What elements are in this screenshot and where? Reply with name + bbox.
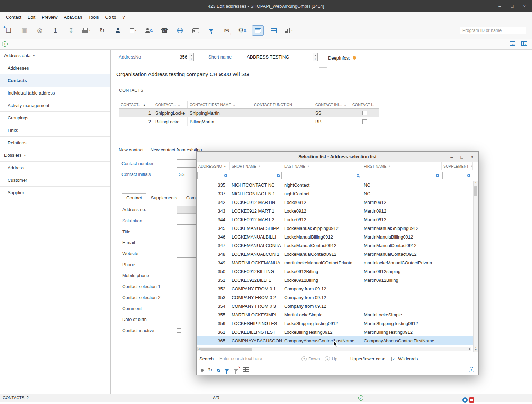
scroll-left-icon[interactable]: ◀	[198, 348, 199, 350]
dialog-title-bar[interactable]: Selection list - Address selection list …	[197, 152, 478, 162]
list-item[interactable]: 343LOCKE0912 MART 1Locke0912Martin0912	[197, 207, 473, 215]
table-view-icon[interactable]	[268, 25, 279, 36]
list-item[interactable]: 354COMPANY FROM 0 3Company from 09.12	[197, 302, 473, 311]
print-dropdown-icon[interactable]: ▾	[89, 29, 90, 32]
contacts-column-header[interactable]: CONTACT FIRST NAME▲	[188, 101, 252, 108]
new-mail-icon[interactable]: ✉+	[221, 25, 233, 36]
menu-item-tools[interactable]: Tools	[85, 13, 102, 21]
list-item[interactable]: 335NIGHTCONTACT NCnightContactNC	[197, 181, 473, 189]
filter-icon[interactable]	[205, 25, 217, 36]
list-item[interactable]: 351LOCKE0912BILLI 1Locke0912BillingMarti…	[197, 276, 473, 285]
sidebar-item-supplier[interactable]: Supplier	[0, 187, 110, 199]
list-item[interactable]: 345LOCKEMANUALSHIPPLockeManualShipping09…	[197, 224, 473, 233]
contacts-column-header[interactable]: CONTACT I...	[350, 101, 379, 108]
menu-item-go-to[interactable]: Go to	[102, 13, 119, 21]
dialog-column-header-last-name[interactable]: LAST NAME▲	[282, 162, 362, 170]
search-down-label[interactable]: Down	[308, 356, 320, 361]
list-item[interactable]: 361LOCKEBILLINGTESTLockeBillingTesting09…	[197, 328, 473, 336]
dialog-column-header-short-name[interactable]: SHORT NAME▲	[230, 162, 282, 170]
search-up-icon[interactable]: ▲	[325, 356, 330, 361]
scrollbar-thumb[interactable]	[200, 348, 252, 351]
list-item[interactable]: 355MARTINLOCKESIMPLMartinLockeSimpleMart…	[197, 311, 473, 319]
web-search-icon[interactable]	[174, 25, 186, 36]
refresh-icon[interactable]: ↻	[208, 367, 213, 373]
tab-supplements[interactable]: Supplements	[146, 193, 182, 202]
refresh-icon[interactable]: ↻	[96, 25, 108, 36]
vertical-scrollbar[interactable]: ▲ ▼▼	[473, 181, 478, 352]
list-item[interactable]: 347LOCKEMANUALCONTALockeManualContact091…	[197, 241, 473, 250]
deepinfos-status-icon[interactable]	[353, 56, 356, 60]
dialog-close-icon[interactable]: ×	[471, 154, 474, 160]
menu-item-edit[interactable]: Edit	[25, 13, 38, 21]
column-filter-input[interactable]	[363, 172, 441, 179]
scrollbar-thumb[interactable]	[474, 186, 477, 196]
new-contact-button[interactable]: New contact	[119, 147, 144, 152]
clear-filter-icon[interactable]: ×	[234, 368, 238, 373]
sidebar-item-links[interactable]: Links	[0, 124, 110, 137]
chart-dropdown-icon[interactable]: ▾	[291, 29, 293, 32]
table-settings-icon[interactable]: ⚙	[510, 41, 515, 47]
list-item[interactable]: 353COMPANY FROM 0 2Company from 09.12	[197, 293, 473, 302]
copy-document-icon[interactable]: ▾	[127, 25, 139, 36]
spinner-down-icon[interactable]: ▼	[189, 57, 193, 61]
add-record-icon[interactable]: +	[2, 41, 8, 47]
list-item[interactable]: 342LOCKE0912 MARTINLocke0912Martin0912	[197, 198, 473, 207]
field-checkbox-contact-inactive[interactable]	[177, 328, 181, 333]
program-search-input[interactable]	[460, 27, 526, 34]
sidebar-item-individual-table-address[interactable]: Individual table address	[0, 87, 110, 99]
sidebar-section-dossiers[interactable]: Dossiers▾	[0, 149, 110, 162]
table-row[interactable]: 1ShippingLockeShippingMartinSS	[119, 109, 379, 117]
tray-icon-red[interactable]	[469, 397, 474, 403]
dialog-column-header-addressno[interactable]: ADDRESSNO▲	[197, 162, 230, 170]
menu-item-[interactable]: ?	[119, 13, 128, 21]
print-icon[interactable]: ▾	[81, 25, 92, 36]
info-icon[interactable]: i	[469, 367, 474, 372]
list-item[interactable]: 359LOCKESHIPPINGTESLockeShippingTesting0…	[197, 319, 473, 328]
contact-row-checkbox[interactable]	[362, 119, 367, 124]
sidebar-item-addresses[interactable]: Addresses	[0, 62, 110, 74]
splitter-handle[interactable]	[319, 67, 327, 68]
cancel-icon[interactable]: ⊗	[34, 25, 46, 36]
pin-icon[interactable]	[201, 368, 204, 373]
filter-icon[interactable]	[224, 368, 229, 373]
minimize-icon[interactable]: –	[498, 3, 501, 9]
menu-item-contact[interactable]: Contact	[3, 13, 25, 21]
grid-view-icon[interactable]	[243, 367, 249, 373]
list-item[interactable]: 349MARTINLOCKEMANUAmartinlockeManualCOnt…	[197, 259, 473, 267]
new-document-icon[interactable]: ❏+	[3, 25, 15, 36]
tab-contact[interactable]: Contact	[122, 193, 146, 202]
sidebar-item-activity-management[interactable]: Activity management	[0, 99, 110, 112]
search-down-icon[interactable]: ▼	[301, 356, 307, 361]
download-icon[interactable]: ↧	[65, 25, 77, 36]
spinner-up-icon[interactable]: ▲	[313, 53, 317, 57]
new-contact-from-existing-button[interactable]: New contact from existing	[151, 147, 202, 152]
upper-lower-case-checkbox[interactable]	[344, 357, 348, 361]
column-filter-input[interactable]	[283, 172, 361, 179]
scroll-right-icon[interactable]: ▶	[469, 348, 471, 350]
list-item[interactable]: 346LOCKEMANUALBILLILockeManualBilling091…	[197, 233, 473, 241]
addressno-input[interactable]	[155, 53, 194, 61]
search-up-label[interactable]: Up	[332, 356, 337, 361]
dialog-search-input[interactable]	[217, 355, 296, 362]
scroll-down-icon[interactable]: ▼▼	[474, 346, 478, 351]
dialog-column-header-first-name[interactable]: FIRST NAME▲	[362, 162, 442, 170]
phone-icon[interactable]: ☎	[159, 25, 170, 36]
sidebar-item-groupings[interactable]: Groupings	[0, 112, 110, 124]
shortname-spinner[interactable]: ▲▼	[313, 53, 317, 61]
sidebar-item-relations[interactable]: Relations	[0, 137, 110, 149]
contacts-column-header[interactable]: CONTACT INI...▲	[313, 101, 350, 108]
id-card-icon[interactable]	[190, 25, 201, 36]
wildcards-checkbox[interactable]	[391, 357, 396, 361]
maximize-icon[interactable]: □	[511, 3, 514, 9]
sidebar-item-customer[interactable]: Customer	[0, 174, 110, 187]
list-item[interactable]: 337NIGHTCONTACT N 1nightContactNC	[197, 189, 473, 198]
tray-icon-blue[interactable]	[462, 397, 468, 403]
dialog-maximize-icon[interactable]: □	[461, 154, 463, 160]
close-icon[interactable]: ×	[523, 3, 526, 9]
menu-item-preview[interactable]: Preview	[38, 13, 61, 21]
selection-list-icon[interactable]	[252, 25, 264, 36]
list-item[interactable]: 352COMPANY FROM 0 1Company from 09.12	[197, 285, 473, 293]
addressno-spinner[interactable]: ▲▼	[189, 53, 193, 61]
person-search-icon[interactable]	[143, 25, 155, 36]
chart-icon[interactable]: ▾	[283, 25, 295, 36]
